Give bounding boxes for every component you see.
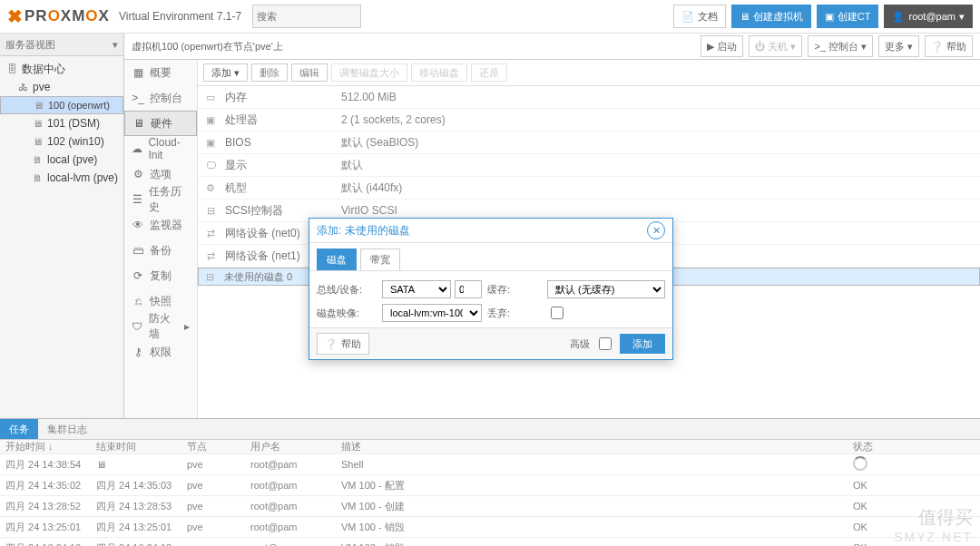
row-key: 显示 [225, 158, 334, 173]
search-input[interactable] [252, 5, 361, 28]
row-key: BIOS [225, 136, 334, 149]
hardware-row[interactable]: 🖵显示默认 [198, 154, 980, 177]
task-row[interactable]: 四月 24 13:24:12四月 24 13:24:12pveroot@pamV… [0, 538, 980, 546]
tab-tasks[interactable]: 任务 [0, 419, 38, 439]
help-button[interactable]: ❔帮助 [925, 35, 973, 57]
hardware-row[interactable]: ▣处理器2 (1 sockets, 2 cores) [198, 109, 980, 132]
cache-select[interactable]: 默认 (无缓存) [547, 280, 665, 298]
discard-checkbox[interactable] [551, 307, 564, 319]
hw-resize-button[interactable]: 调整磁盘大小 [331, 63, 407, 82]
sync-icon: ⟳ [132, 269, 144, 282]
label-bus: 总线/设备: [317, 283, 377, 297]
col-user[interactable]: 用户名 [250, 440, 341, 453]
vm-icon: 🖥 [31, 136, 44, 147]
version-label: Virtual Environment 7.1-7 [119, 10, 241, 23]
image-select[interactable]: local-lvm:vm-100-disk-0 [382, 304, 482, 322]
nav-replication[interactable]: ⟳复制 [124, 263, 197, 288]
start-button[interactable]: ▶启动 [701, 35, 743, 57]
row-key: 内存 [225, 90, 334, 105]
col-status[interactable]: 状态 [853, 440, 980, 453]
row-value: 默认 (i440fx) [341, 180, 975, 196]
row-icon: ⇄ [203, 250, 218, 262]
storage-icon: 🗎 [31, 172, 44, 183]
create-vm-button[interactable]: 🖥创建虚拟机 [731, 5, 811, 28]
row-value: 2 (1 sockets, 2 cores) [341, 113, 975, 126]
tree-storage-local[interactable]: 🗎local (pve) [0, 151, 123, 169]
nav-summary[interactable]: ▦概要 [124, 60, 197, 85]
nav-options[interactable]: ⚙选项 [124, 161, 197, 187]
tab-disk[interactable]: 磁盘 [317, 249, 357, 270]
advanced-checkbox[interactable] [599, 337, 612, 350]
tree-header[interactable]: 服务器视图▾ [0, 34, 123, 56]
tree-datacenter[interactable]: 🗄数据中心 [0, 60, 123, 78]
row-key: 机型 [225, 180, 334, 196]
shutdown-button[interactable]: ⏻关机 ▾ [749, 35, 802, 57]
global-search[interactable] [252, 5, 361, 28]
dialog-add-button[interactable]: 添加 [620, 334, 665, 354]
docs-icon: 📄 [681, 11, 694, 23]
bus-index-input[interactable] [455, 280, 482, 298]
task-row[interactable]: 四月 24 14:35:02四月 24 14:35:03pveroot@pamV… [0, 475, 980, 496]
dialog-help-button[interactable]: ❔帮助 [317, 333, 369, 355]
logo-text: PROXMOX [24, 7, 110, 25]
label-image: 磁盘映像: [317, 307, 377, 320]
task-row[interactable]: 四月 24 13:28:52四月 24 13:28:53pveroot@pamV… [0, 496, 980, 517]
row-value: 512.00 MiB [341, 91, 975, 103]
hardware-row[interactable]: ▭内存512.00 MiB [198, 86, 980, 109]
nav-monitor[interactable]: 👁监视器 [124, 212, 197, 238]
nav-hardware[interactable]: 🖥硬件 [124, 111, 197, 136]
nav-permissions[interactable]: ⚷权限 [124, 339, 197, 365]
col-desc[interactable]: 描述 [341, 440, 853, 453]
hw-remove-button[interactable]: 删除 [251, 63, 288, 82]
tree-vm-102[interactable]: 🖥102 (win10) [0, 132, 123, 151]
console-button[interactable]: >_控制台 ▾ [808, 35, 873, 57]
gear-icon: ⚙ [132, 168, 144, 180]
hw-revert-button[interactable]: 还原 [471, 63, 507, 82]
row-icon: ▣ [203, 114, 218, 126]
docs-button[interactable]: 📄文档 [673, 5, 726, 28]
chevron-down-icon: ▾ [907, 41, 913, 53]
task-row[interactable]: 四月 24 13:25:01四月 24 13:25:01pveroot@pamV… [0, 517, 980, 538]
col-start[interactable]: 开始时间 ↓ [0, 440, 96, 453]
tab-cluster-log[interactable]: 集群日志 [38, 419, 96, 439]
dialog-close-button[interactable]: ✕ [647, 221, 665, 239]
tree-node-pve[interactable]: 🖧pve [0, 78, 123, 96]
datacenter-icon: 🗄 [5, 63, 18, 74]
more-button[interactable]: 更多 ▾ [878, 35, 919, 57]
tasks-header: 开始时间 ↓ 结束时间 节点 用户名 描述 状态 [0, 440, 980, 454]
side-nav: ▦概要 >_控制台 🖥硬件 ☁Cloud-Init ⚙选项 ☰任务历史 👁监视器… [124, 60, 198, 419]
resource-tree: 🗄数据中心 🖧pve 🖥100 (openwrt) 🖥101 (DSM) 🖥10… [0, 56, 123, 190]
col-end[interactable]: 结束时间 [96, 440, 187, 453]
nav-backup[interactable]: 🗃备份 [124, 238, 197, 263]
task-row[interactable]: 四月 24 14:38:54🖥pveroot@pamShell [0, 454, 980, 475]
tree-vm-100[interactable]: 🖥100 (openwrt) [0, 96, 123, 114]
hw-add-button[interactable]: 添加 ▾ [203, 63, 248, 82]
nav-firewall[interactable]: 🛡防火墙▸ [124, 314, 197, 339]
col-node[interactable]: 节点 [187, 440, 250, 453]
hardware-row[interactable]: ⚙机型默认 (i440fx) [198, 177, 980, 200]
hw-edit-button[interactable]: 编辑 [291, 63, 328, 82]
dialog-title-bar: 添加: 未使用的磁盘 ✕ [309, 219, 672, 243]
storage-icon: 🗎 [31, 154, 44, 165]
create-ct-button[interactable]: ▣创建CT [817, 5, 879, 28]
nav-taskhistory[interactable]: ☰任务历史 [124, 187, 197, 212]
bus-select[interactable]: SATA [382, 280, 451, 298]
label-cache: 缓存: [487, 283, 542, 297]
tree-vm-101[interactable]: 🖥101 (DSM) [0, 114, 123, 132]
nav-console[interactable]: >_控制台 [124, 85, 197, 111]
power-icon: ⏻ [755, 41, 765, 52]
hardware-icon: 🖥 [132, 117, 145, 130]
nav-snapshot[interactable]: ⎌快照 [124, 288, 197, 314]
row-icon: ⊟ [203, 205, 218, 217]
top-bar: ✖ PROXMOX Virtual Environment 7.1-7 📄文档 … [0, 0, 980, 34]
shield-icon: 🛡 [132, 320, 143, 333]
tree-storage-locallvm[interactable]: 🗎local-lvm (pve) [0, 169, 123, 187]
hw-move-button[interactable]: 移动磁盘 [411, 63, 467, 82]
chevron-down-icon: ▾ [790, 41, 796, 53]
user-menu[interactable]: 👤root@pam ▾ [884, 5, 973, 28]
row-icon: ⇄ [203, 228, 218, 239]
nav-cloudinit[interactable]: ☁Cloud-Init [124, 136, 197, 161]
tab-bandwidth[interactable]: 带宽 [360, 249, 400, 270]
vm-icon: 🖥 [740, 11, 750, 22]
hardware-row[interactable]: ▣BIOS默认 (SeaBIOS) [198, 132, 980, 154]
